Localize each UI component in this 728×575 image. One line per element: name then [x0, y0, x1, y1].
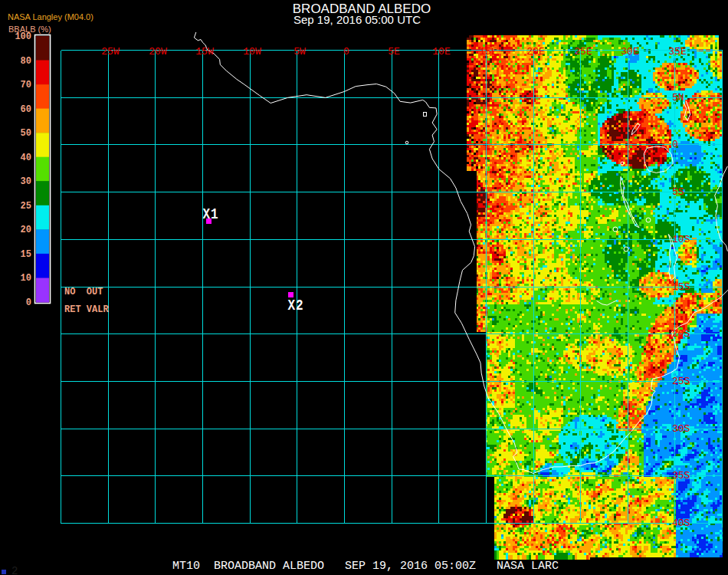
svg-text:20S: 20S	[672, 328, 690, 340]
svg-text:20W: 20W	[149, 46, 167, 58]
svg-text:30S: 30S	[672, 423, 690, 435]
svg-text:15E: 15E	[479, 46, 497, 58]
svg-text:10: 10	[21, 273, 31, 284]
svg-text:50: 50	[21, 128, 31, 139]
svg-text:5N: 5N	[672, 92, 684, 104]
svg-text:5E: 5E	[388, 46, 400, 58]
svg-text:60: 60	[21, 104, 31, 115]
svg-text:40: 40	[21, 153, 31, 163]
svg-text:0: 0	[26, 297, 31, 308]
svg-text:NASA Langley (M04.0): NASA Langley (M04.0)	[8, 12, 93, 21]
svg-text:15: 15	[21, 249, 31, 260]
svg-text:0: 0	[343, 46, 349, 58]
svg-text:RET VALR: RET VALR	[64, 304, 109, 315]
svg-text:80: 80	[21, 56, 31, 67]
svg-text:NO OUT: NO OUT	[64, 287, 103, 297]
svg-text:30E: 30E	[621, 46, 639, 58]
svg-text:X2: X2	[288, 297, 304, 315]
svg-text:MT10 BROADBAND ALBEDO SEP 1: MT10 BROADBAND ALBEDO SEP 19, 2016 05:00…	[172, 560, 559, 573]
svg-text:30: 30	[21, 176, 31, 187]
svg-text:20: 20	[21, 225, 31, 235]
svg-text:25W: 25W	[101, 46, 120, 58]
svg-text:40S: 40S	[672, 518, 690, 529]
svg-text:70: 70	[21, 80, 31, 90]
svg-text:25E: 25E	[574, 46, 592, 58]
svg-text:5S: 5S	[672, 186, 684, 198]
svg-text:10S: 10S	[672, 234, 690, 245]
svg-text:2: 2	[11, 565, 18, 575]
svg-text:0: 0	[672, 139, 678, 150]
svg-text:20E: 20E	[526, 46, 545, 58]
svg-text:35E: 35E	[668, 46, 687, 58]
svg-text:35S: 35S	[672, 470, 690, 481]
svg-text:10W: 10W	[243, 46, 261, 58]
svg-text:25S: 25S	[672, 376, 690, 387]
svg-text:15S: 15S	[672, 281, 690, 293]
svg-text:25: 25	[21, 201, 31, 212]
svg-text:10E: 10E	[432, 46, 451, 58]
svg-text:Sep 19, 2016 05:00 UTC: Sep 19, 2016 05:00 UTC	[293, 13, 421, 26]
svg-text:BBALB (%): BBALB (%)	[8, 25, 51, 34]
svg-text:15W: 15W	[195, 46, 214, 58]
svg-text:5W: 5W	[293, 46, 306, 58]
